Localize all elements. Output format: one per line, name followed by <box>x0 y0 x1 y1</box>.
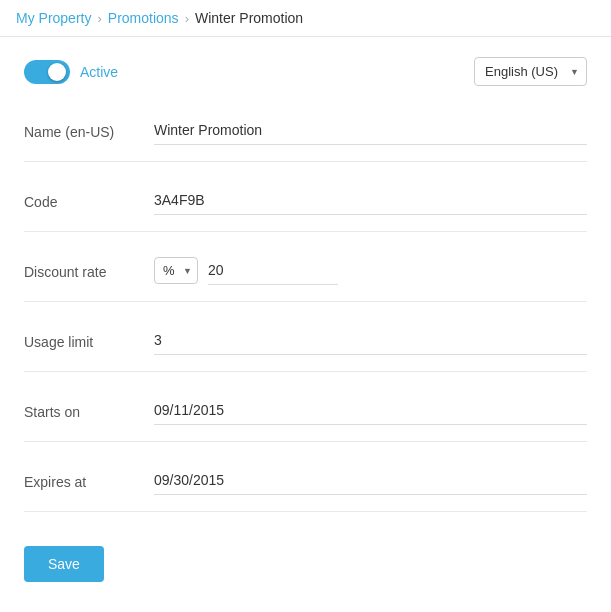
expires-at-field <box>154 466 587 495</box>
discount-type-select[interactable]: % $ <box>154 257 198 284</box>
code-field-row: Code <box>24 186 587 232</box>
main-content: Active English (US) English (UK) Spanish… <box>0 37 611 602</box>
usage-limit-input[interactable] <box>154 326 587 355</box>
breadcrumb-separator-2: › <box>185 11 189 26</box>
language-selector[interactable]: English (US) English (UK) Spanish French… <box>474 57 587 86</box>
discount-rate-label: Discount rate <box>24 256 154 280</box>
active-label: Active <box>80 64 118 80</box>
discount-value-input[interactable] <box>208 256 338 285</box>
breadcrumb-separator-1: › <box>97 11 101 26</box>
language-select-input[interactable]: English (US) English (UK) Spanish French… <box>474 57 587 86</box>
toggle-thumb <box>48 63 66 81</box>
breadcrumb-current: Winter Promotion <box>195 10 303 26</box>
active-toggle[interactable] <box>24 60 70 84</box>
name-label: Name (en-US) <box>24 116 154 140</box>
name-input[interactable] <box>154 116 587 145</box>
save-button[interactable]: Save <box>24 546 104 582</box>
discount-group: % $ <box>154 256 587 285</box>
starts-on-input[interactable] <box>154 396 587 425</box>
usage-limit-field-row: Usage limit <box>24 326 587 372</box>
top-controls: Active English (US) English (UK) Spanish… <box>24 57 587 86</box>
breadcrumb: My Property › Promotions › Winter Promot… <box>0 0 611 37</box>
breadcrumb-promotions[interactable]: Promotions <box>108 10 179 26</box>
discount-rate-field: % $ <box>154 256 587 285</box>
starts-on-field-row: Starts on <box>24 396 587 442</box>
starts-on-field <box>154 396 587 425</box>
breadcrumb-my-property[interactable]: My Property <box>16 10 91 26</box>
usage-limit-field <box>154 326 587 355</box>
name-field <box>154 116 587 145</box>
toggle-group: Active <box>24 60 118 84</box>
expires-at-input[interactable] <box>154 466 587 495</box>
code-label: Code <box>24 186 154 210</box>
name-field-row: Name (en-US) <box>24 116 587 162</box>
usage-limit-label: Usage limit <box>24 326 154 350</box>
discount-type-selector[interactable]: % $ <box>154 257 198 284</box>
expires-at-label: Expires at <box>24 466 154 490</box>
expires-at-field-row: Expires at <box>24 466 587 512</box>
toggle-track <box>24 60 70 84</box>
discount-rate-field-row: Discount rate % $ <box>24 256 587 302</box>
code-input[interactable] <box>154 186 587 215</box>
starts-on-label: Starts on <box>24 396 154 420</box>
code-field <box>154 186 587 215</box>
